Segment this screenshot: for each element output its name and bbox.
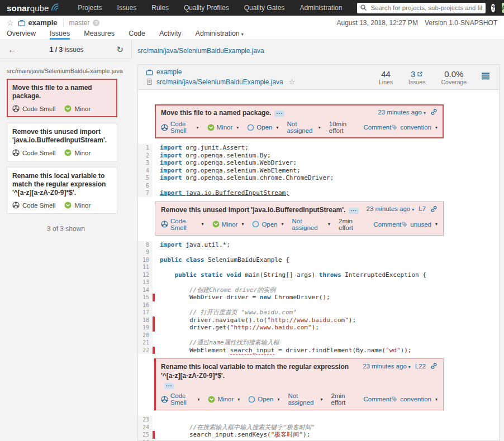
nav-item-quality-gates[interactable]: Quality Gates — [244, 4, 285, 12]
line-number[interactable]: 18 — [138, 317, 153, 324]
line-number[interactable]: 17 — [138, 309, 153, 317]
sidebar-file-path: src/main/java/SeleniumBaiduExample.java — [7, 68, 125, 74]
ellipsis-button[interactable]: ... — [349, 208, 358, 214]
code-line: 19 driver.get("http://www.baidu.com"); — [138, 324, 499, 332]
line-number[interactable]: 19 — [138, 324, 153, 332]
line-number[interactable]: 10 — [138, 256, 153, 264]
search-input[interactable] — [357, 3, 486, 13]
code-text: // 打开百度首页 "www.baidu.com" — [155, 309, 297, 317]
line-number[interactable]: 5 — [138, 174, 153, 182]
nav-item-projects[interactable]: Projects — [78, 4, 102, 12]
issue-message: Rename this local variable to match the … — [12, 172, 112, 197]
tab-overview[interactable]: Overview — [7, 30, 36, 40]
file-project-link[interactable]: example — [156, 68, 182, 76]
code-text: public class SeleniumBaiduExample { — [155, 256, 289, 264]
favorite-star-icon[interactable]: ☆ — [7, 19, 14, 27]
file-actions-menu-icon[interactable] — [481, 72, 490, 83]
line-number[interactable]: 26 — [138, 439, 153, 441]
ellipsis-button[interactable]: ... — [274, 111, 284, 117]
issue-severity-dropdown[interactable]: Minor — [222, 221, 238, 228]
issue-assignee-dropdown[interactable]: Not assigned — [287, 121, 314, 134]
issue-age-dropdown[interactable]: 23 minutes ago▾ — [367, 205, 415, 212]
code-text — [155, 279, 160, 286]
code-line: 18 driver.navigate().to("http://www.baid… — [138, 317, 499, 324]
issue-message: Remove this unused import 'java.io.Buffe… — [12, 128, 112, 145]
code-text: WebDriver driver = new ChromeDriver(); — [155, 294, 330, 301]
issue-comment-button[interactable]: Comment — [364, 396, 392, 402]
file-path-link[interactable]: src/main/java/SeleniumBaiduExample.java — [156, 78, 283, 86]
line-number[interactable]: 4 — [138, 167, 153, 175]
avatar[interactable]: A — [502, 3, 504, 13]
nav-item-issues[interactable]: Issues — [117, 4, 137, 12]
line-number[interactable]: 1 — [138, 144, 153, 152]
line-number[interactable]: 23 — [138, 416, 153, 424]
nav-item-rules[interactable]: Rules — [151, 4, 169, 12]
line-number[interactable]: 11 — [138, 263, 153, 271]
issue-age-dropdown[interactable]: 23 minutes ago▾ — [378, 109, 426, 116]
line-number[interactable]: 7 — [138, 189, 153, 197]
issue-status-dropdown[interactable]: Open — [261, 221, 277, 228]
tab-activity[interactable]: Activity — [159, 30, 182, 40]
line-number[interactable]: 21 — [138, 339, 153, 347]
permalink-icon[interactable] — [430, 108, 438, 116]
project-tabs: OverviewIssuesMeasuresCodeActivityAdmini… — [0, 30, 504, 40]
issue-severity-dropdown[interactable]: Minor — [217, 124, 233, 131]
line-number[interactable]: 12 — [138, 271, 153, 279]
issue-type-label: Code Smell — [22, 106, 55, 112]
file-favorite-star-icon[interactable]: ☆ — [289, 78, 296, 86]
line-number[interactable]: 20 — [138, 332, 153, 339]
issue-tag-dropdown[interactable]: unused — [410, 221, 431, 228]
tab-issues[interactable]: Issues — [50, 30, 70, 40]
issue-comment-button[interactable]: Comment — [373, 221, 401, 228]
issue-list-item[interactable]: Rename this local variable to match the … — [7, 167, 117, 214]
issue-assignee-dropdown[interactable]: Not assigned — [292, 218, 324, 231]
line-number[interactable]: 2 — [138, 152, 153, 160]
issue-tag-dropdown[interactable]: convention — [400, 396, 431, 402]
issue-severity-dropdown[interactable]: Minor — [217, 396, 234, 402]
issue-assignee-dropdown[interactable]: Not assigned — [288, 392, 316, 406]
issue-comment-button[interactable]: Comment — [364, 124, 392, 131]
line-number[interactable]: 3 — [138, 159, 153, 167]
issue-tag-dropdown[interactable]: convention — [400, 124, 431, 131]
back-arrow-icon[interactable]: ← — [8, 45, 17, 54]
code-text — [155, 332, 160, 339]
analysis-datetime: August 13, 2018, 12:27 PM — [337, 19, 418, 27]
line-number[interactable]: 22 — [138, 347, 153, 354]
issue-status-dropdown[interactable]: Open — [256, 124, 272, 131]
line-number[interactable]: 15 — [138, 294, 153, 301]
tab-administration[interactable]: Administration▾ — [196, 30, 244, 40]
sonarqube-logo[interactable]: sonarqube — [7, 3, 60, 13]
permalink-icon[interactable] — [430, 205, 438, 213]
permalink-icon[interactable] — [430, 362, 438, 370]
issue-line-link[interactable]: L7 — [419, 205, 426, 212]
line-number[interactable]: 6 — [138, 182, 153, 190]
line-number[interactable]: 16 — [138, 301, 153, 309]
nav-item-administration[interactable]: Administration — [299, 4, 342, 12]
ellipsis-button[interactable]: ... — [164, 383, 174, 389]
reload-icon[interactable]: ↻ — [116, 45, 123, 54]
project-name: example — [28, 18, 58, 27]
issue-list-item[interactable]: Move this file to a named package. Code … — [7, 79, 117, 117]
tab-code[interactable]: Code — [129, 30, 145, 40]
minor-severity-icon — [64, 149, 72, 156]
line-number[interactable]: 14 — [138, 286, 153, 294]
line-number[interactable]: 8 — [138, 241, 153, 249]
nav-item-quality-profiles[interactable]: Quality Profiles — [184, 4, 229, 12]
breadcrumb[interactable]: src/main/java/SeleniumBaiduExample.java — [137, 47, 264, 55]
tab-measures[interactable]: Measures — [84, 30, 115, 40]
line-number[interactable]: 9 — [138, 248, 153, 256]
line-number[interactable]: 24 — [138, 424, 153, 432]
issue-type-label: Code Smell — [22, 150, 55, 156]
measure-issues-link[interactable]: 3 — [411, 69, 423, 79]
issue-status-dropdown[interactable]: Open — [258, 396, 273, 402]
issue-line-link[interactable]: L22 — [415, 363, 426, 370]
code-text — [155, 301, 160, 309]
issue-type-dropdown[interactable]: Code Smell — [170, 392, 193, 406]
help-button[interactable]: ? — [491, 4, 495, 12]
issue-list-item[interactable]: Remove this unused import 'java.io.Buffe… — [7, 123, 117, 161]
issue-age-dropdown[interactable]: 23 minutes ago▾ — [363, 363, 411, 370]
issue-type-dropdown[interactable]: Code Smell — [170, 218, 198, 231]
line-number[interactable]: 25 — [138, 431, 153, 439]
issue-type-dropdown[interactable]: Code Smell — [170, 121, 193, 134]
line-number[interactable]: 13 — [138, 279, 153, 286]
